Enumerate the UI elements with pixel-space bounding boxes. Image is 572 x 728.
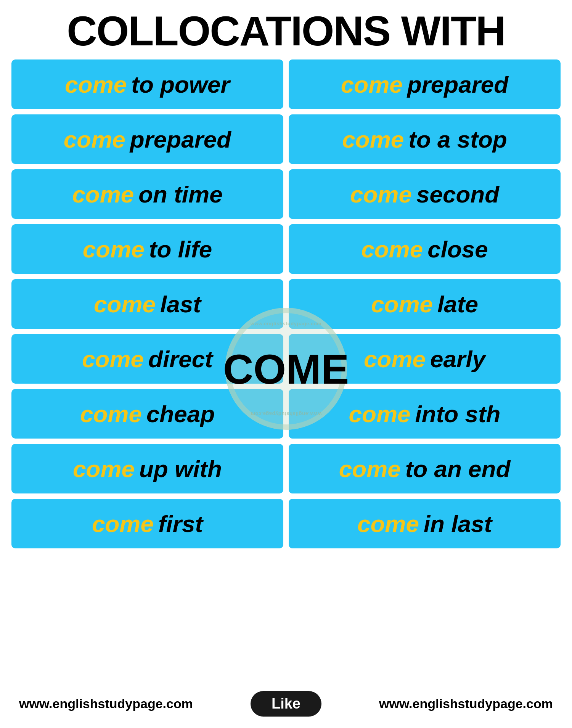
page-wrapper: COLLOCATIONS WITH come to power come pre… [0, 0, 572, 728]
come-word: come [361, 236, 423, 263]
rest-word: in last [424, 510, 492, 537]
rest-word: to power [131, 71, 230, 98]
page-title: COLLOCATIONS WITH [11, 0, 561, 59]
come-word: come [371, 291, 433, 318]
come-word: come [73, 455, 135, 482]
rest-word: on time [138, 181, 222, 208]
watermark-bottom: www.englishstudypage.com [251, 411, 321, 417]
rest-word: to an end [405, 455, 511, 482]
rest-word: early [430, 346, 485, 373]
rest-word: to life [149, 236, 212, 263]
center-come-text: COME [223, 345, 349, 393]
center-come-container: www.englishstudypage.com COME www.englis… [221, 304, 351, 434]
come-word: come [364, 346, 426, 373]
come-word: come [349, 400, 411, 427]
rest-word: prepared [130, 126, 231, 153]
collocation-item: come up with [11, 444, 283, 493]
collocation-item: come close [289, 224, 561, 274]
come-word: come [342, 126, 404, 153]
rest-word: second [416, 181, 499, 208]
come-word: come [82, 346, 144, 373]
come-word: come [94, 291, 156, 318]
rest-word: prepared [407, 71, 508, 98]
rest-word: late [437, 291, 478, 318]
come-word: come [80, 400, 142, 427]
collocation-item: come prepared [289, 59, 561, 109]
collocation-item: come in last [289, 499, 561, 548]
center-circle: www.englishstudypage.com COME www.englis… [225, 308, 347, 430]
watermark-top: www.englishstudypage.com [251, 321, 321, 326]
collocation-item: come to a stop [289, 114, 561, 164]
come-word: come [92, 510, 154, 537]
rest-word: close [427, 236, 488, 263]
collocation-item: come to life [11, 224, 283, 274]
come-word: come [64, 126, 125, 153]
footer-bar: www.englishstudypage.com Like www.englis… [11, 684, 561, 720]
rest-word: into sth [415, 400, 501, 427]
rest-word: last [160, 291, 201, 318]
collocation-item: come prepared [11, 114, 283, 164]
rest-word: cheap [146, 400, 215, 427]
come-word: come [72, 181, 134, 208]
collocation-item: come to power [11, 59, 283, 109]
rest-word: first [158, 510, 203, 537]
rest-word: up with [139, 455, 222, 482]
footer-url-left: www.englishstudypage.com [19, 696, 193, 711]
rest-word: to a stop [408, 126, 507, 153]
rest-word: direct [148, 346, 213, 373]
footer-url-right: www.englishstudypage.com [379, 696, 553, 711]
come-word: come [341, 71, 403, 98]
come-word: come [357, 510, 419, 537]
collocation-item: come first [11, 499, 283, 548]
come-word: come [83, 236, 145, 263]
come-word: come [350, 181, 412, 208]
come-word: come [65, 71, 127, 98]
collocation-item: come on time [11, 169, 283, 219]
like-button[interactable]: Like [251, 691, 321, 717]
come-word: come [339, 455, 401, 482]
collocation-item: come second [289, 169, 561, 219]
collocation-item: come to an end [289, 444, 561, 493]
